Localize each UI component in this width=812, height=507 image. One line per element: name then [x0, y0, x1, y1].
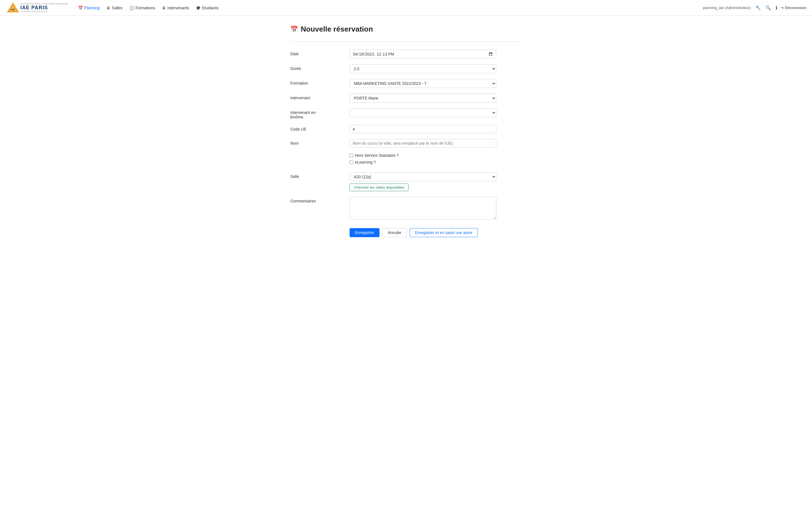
navbar-actions: 🔧 🔍 ℹ ↪ Déconnexion [754, 4, 806, 11]
search-button[interactable]: 🔍 [764, 4, 772, 11]
info-button[interactable]: ℹ [774, 4, 778, 11]
formation-select[interactable]: MBA MARKETING SANTE 2021/2023 - 7 [349, 79, 496, 88]
formation-row: Formation MBA MARKETING SANTE 2021/2023 … [290, 79, 522, 88]
intervenant-select[interactable]: PORTE Marie [349, 94, 496, 103]
navbar: IAE UNIVERSITÉ PARIS 1 PANTHÉON SORBONNE… [0, 0, 812, 16]
date-row: Date [290, 50, 522, 59]
enregistrer-autre-button[interactable]: Enregistrer et en saisir une autre [410, 228, 478, 237]
salle-select[interactable]: A20 (12p) [349, 172, 496, 181]
page-title-text: Nouvelle réservation [301, 25, 373, 34]
svg-text:IAE: IAE [11, 8, 15, 11]
reservation-form: Date Durée 0.5 1.0 1.5 2.0 2.5 3.0 3.5 4… [290, 50, 522, 237]
nav-intervenants-label: Intervenants [167, 6, 189, 10]
duree-label: Durée [290, 64, 349, 71]
salle-label: Salle [290, 172, 349, 179]
nav-etudiants[interactable]: 🎓 Etudiants [193, 4, 221, 12]
date-input[interactable] [349, 50, 496, 59]
intervenant-row: Intervenant PORTE Marie [290, 94, 522, 103]
nav-formations-label: Formations [136, 6, 155, 10]
logout-label: Déconnexion [785, 6, 806, 10]
commentaires-textarea[interactable] [349, 197, 496, 219]
hors-service-label: Hors Service Statutaire ? [355, 153, 399, 158]
intervenant-label: Intervenant [290, 94, 349, 100]
logo[interactable]: IAE UNIVERSITÉ PARIS 1 PANTHÉON SORBONNE… [6, 2, 68, 14]
tools-button[interactable]: 🔧 [754, 4, 762, 11]
checkboxes-row: Hors Service Statutaire ? eLearning ? [290, 153, 522, 167]
nav-etudiants-label: Etudiants [202, 6, 218, 10]
monitor-icon: 🖥 [106, 6, 110, 10]
nav-salles[interactable]: 🖥 Salles [104, 4, 125, 12]
elearning-checkbox[interactable] [349, 160, 353, 164]
navbar-right: planning_iae (Administrateur) 🔧 🔍 ℹ ↪ Dé… [703, 4, 806, 11]
code-ue-control [349, 125, 496, 133]
main-content: 📅 Nouvelle réservation Date Durée 0.5 1.… [279, 16, 533, 254]
nav-planning-label: Planning [85, 6, 100, 10]
intervenant-binome-row: Intervenant en binôme [290, 108, 522, 119]
commentaires-row: Commentaires [290, 197, 522, 220]
checkboxes-control: Hors Service Statutaire ? eLearning ? [349, 153, 496, 167]
intervenant-binome-select[interactable] [349, 108, 496, 117]
enregistrer-button[interactable]: Enregistrer [349, 228, 379, 237]
intervenant-binome-label: Intervenant en binôme [290, 108, 349, 119]
commentaires-label: Commentaires [290, 197, 349, 203]
intervenant-binome-control [349, 108, 496, 117]
checkboxes-spacer [290, 153, 349, 155]
code-ue-label: Code UE [290, 125, 349, 131]
code-ue-input[interactable] [349, 125, 496, 133]
hors-service-checkbox[interactable] [349, 154, 353, 157]
calendar-icon: 📅 [78, 6, 83, 10]
commentaires-control [349, 197, 496, 220]
formation-control: MBA MARKETING SANTE 2021/2023 - 7 [349, 79, 496, 88]
annuler-button[interactable]: Annuler [382, 228, 407, 237]
logo-name: IAE PARIS [20, 5, 68, 11]
checkboxes-group: Hors Service Statutaire ? eLearning ? [349, 153, 496, 164]
page-title: 📅 Nouvelle réservation [290, 25, 522, 34]
logo-icon: IAE [6, 2, 20, 14]
intervenant-control: PORTE Marie [349, 94, 496, 103]
nom-label: Nom [290, 139, 349, 146]
nav-planning[interactable]: 📅 Planning [75, 4, 103, 12]
clipboard-icon: 📋 [129, 6, 134, 10]
nom-input[interactable] [349, 139, 496, 148]
search-salles-button[interactable]: Chercher les salles disponibles [349, 183, 409, 191]
button-row: Enregistrer Annuler Enregistrer et en sa… [290, 228, 522, 237]
person-icon: 🖥 [162, 6, 166, 10]
salle-control: A20 (12p) Chercher les salles disponible… [349, 172, 496, 191]
formation-label: Formation [290, 79, 349, 86]
nav-salles-label: Salles [112, 6, 122, 10]
nav-intervenants[interactable]: 🖥 Intervenants [159, 4, 192, 12]
code-ue-row: Code UE [290, 125, 522, 133]
page-title-icon: 📅 [290, 26, 298, 33]
logout-icon: ↪ [781, 6, 784, 10]
duree-select[interactable]: 0.5 1.0 1.5 2.0 2.5 3.0 3.5 4.0 4.5 5.0 … [349, 64, 496, 73]
nom-row: Nom [290, 139, 522, 148]
elearning-label: eLearning ? [355, 160, 376, 164]
date-label: Date [290, 50, 349, 56]
date-control [349, 50, 496, 59]
logo-subtitle: SORBONNE BUSINESS SCHOOL [20, 11, 68, 13]
main-nav: 📅 Planning 🖥 Salles 📋 Formations 🖥 Inter… [75, 4, 703, 12]
nom-control [349, 139, 496, 148]
hors-service-checkbox-row[interactable]: Hors Service Statutaire ? [349, 153, 496, 158]
salle-row: Salle A20 (12p) Chercher les salles disp… [290, 172, 522, 191]
elearning-checkbox-row[interactable]: eLearning ? [349, 160, 496, 164]
duree-row: Durée 0.5 1.0 1.5 2.0 2.5 3.0 3.5 4.0 4.… [290, 64, 522, 73]
graduation-icon: 🎓 [196, 6, 201, 10]
nav-formations[interactable]: 📋 Formations [126, 4, 158, 12]
logout-button[interactable]: ↪ Déconnexion [781, 6, 806, 10]
user-label: planning_iae (Administrateur) [703, 6, 751, 10]
duree-control: 0.5 1.0 1.5 2.0 2.5 3.0 3.5 4.0 4.5 5.0 … [349, 64, 496, 73]
